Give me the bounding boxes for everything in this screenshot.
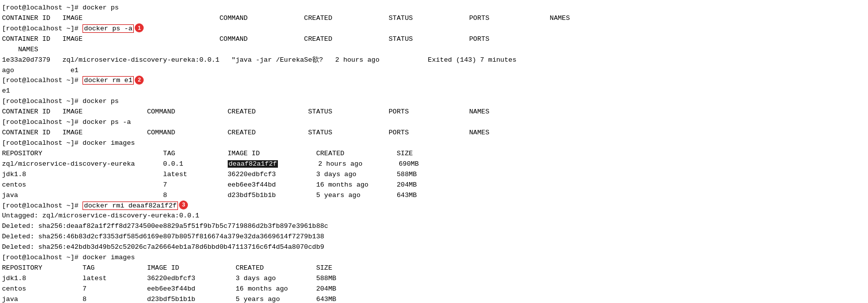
- line-7: [root@localhost ~]# docker rm e12: [2, 76, 866, 86]
- line-3: [root@localhost ~]# docker ps -a1: [2, 24, 866, 34]
- line-15: zql/microservice-discovery-eureka 0.0.1 …: [2, 159, 866, 170]
- line-21: Deleted: sha256:deaaf82a1f2ff8d2734500ee…: [2, 221, 866, 232]
- line-14: REPOSITORY TAG IMAGE ID CREATED SIZE: [2, 149, 866, 159]
- line-27: centos 7 eeb6ee3f44bd 16 months ago 204M…: [2, 284, 866, 295]
- line-25: REPOSITORY TAG IMAGE ID CREATED SIZE: [2, 263, 866, 274]
- line-11: [root@localhost ~]# docker ps -a: [2, 117, 866, 128]
- line-24: [root@localhost ~]# docker images: [2, 253, 866, 263]
- cmd-docker-rmi[interactable]: docker rmi deaaf82a1f2f: [83, 202, 178, 210]
- badge-2: 2: [135, 76, 144, 85]
- line-9: [root@localhost ~]# docker ps: [2, 97, 866, 107]
- line-17: centos 7 eeb6ee3f44bd 16 months ago 204M…: [2, 180, 866, 191]
- line-12: CONTAINER ID IMAGE COMMAND CREATED STATU…: [2, 128, 866, 138]
- cmd-docker-rm-e1[interactable]: docker rm e1: [83, 76, 134, 85]
- line-6: ago e1: [2, 66, 866, 76]
- line-4b: NAMES: [2, 45, 866, 55]
- line-16: jdk1.8 latest 36220edbfcf3 3 days ago 58…: [2, 170, 866, 180]
- line-13: [root@localhost ~]# docker images: [2, 138, 866, 149]
- cmd-docker-ps-a[interactable]: docker ps -a: [83, 24, 134, 33]
- line-22: Deleted: sha256:46b83d2cf3353df585d6169e…: [2, 232, 866, 242]
- line-28: java 8 d23bdf5b1b1b 5 years ago 643MB: [2, 295, 866, 303]
- terminal-window: [root@localhost ~]# docker ps CONTAINER …: [0, 0, 868, 303]
- line-10: CONTAINER ID IMAGE COMMAND CREATED STATU…: [2, 107, 866, 117]
- line-19: [root@localhost ~]# docker rmi deaaf82a1…: [2, 201, 866, 211]
- image-id-highlight: deaaf82a1f2f: [228, 160, 278, 168]
- badge-3: 3: [179, 201, 188, 209]
- line-5: 1e33a20d7379 zql/microservice-discovery-…: [2, 55, 866, 66]
- line-8: e1: [2, 86, 866, 97]
- line-20: Untagged: zql/microservice-discovery-eur…: [2, 211, 866, 221]
- line-18: java 8 d23bdf5b1b1b 5 years ago 643MB: [2, 191, 866, 201]
- line-4a: CONTAINER ID IMAGE COMMAND CREATED STATU…: [2, 34, 866, 45]
- line-23: Deleted: sha256:e42bdb3d49b52c52026c7a26…: [2, 242, 866, 253]
- line-1: [root@localhost ~]# docker ps: [2, 3, 866, 13]
- badge-1: 1: [135, 23, 144, 32]
- line-26: jdk1.8 latest 36220edbfcf3 3 days ago 58…: [2, 274, 866, 284]
- line-2: CONTAINER ID IMAGE COMMAND CREATED STATU…: [2, 13, 866, 24]
